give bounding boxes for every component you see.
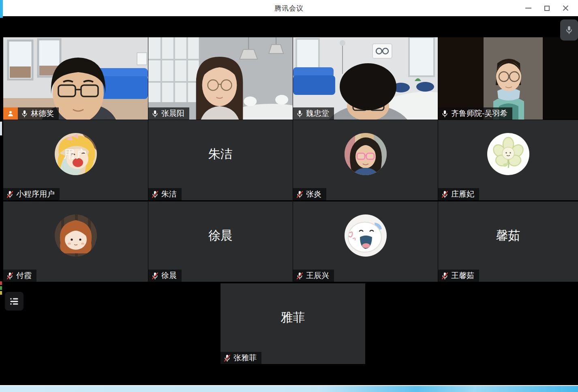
participant-name-label: 徐晨: [148, 270, 182, 282]
participant-name: 小程序用户: [16, 189, 55, 199]
member-list-icon: [8, 295, 20, 307]
taskbar-sliver: [0, 286, 2, 290]
participant-name: 付霞: [16, 270, 32, 281]
tencent-meeting-window: 腾讯会议: [0, 0, 578, 392]
mic-muted-icon: [223, 354, 231, 362]
avatar: 用户: [55, 133, 97, 175]
mic-muted-icon: [151, 190, 159, 199]
video-tile-active-speaker[interactable]: 齐鲁师院-吴羽希: [438, 37, 578, 120]
mic-muted-icon: [151, 272, 159, 280]
close-icon: [563, 5, 569, 11]
participant-name: 张雅菲: [233, 353, 257, 363]
avatar-overlay-text: 用户: [55, 133, 97, 175]
avatar: [345, 133, 387, 175]
window-title: 腾讯会议: [274, 4, 304, 13]
background-window-sliver: [0, 122, 2, 135]
participant-name-label: 张雅菲: [220, 352, 261, 364]
participant-name-label: 朱洁: [148, 188, 182, 200]
participant-name-label: 王馨茹: [438, 270, 479, 282]
participant-display-name: 馨茹: [496, 227, 520, 244]
participant-display-name: 徐晨: [208, 227, 233, 244]
participant-name-label: 魏忠堂: [293, 107, 334, 120]
participant-name: 张炎: [306, 189, 321, 199]
close-button[interactable]: [556, 0, 575, 16]
participant-name: 张晨阳: [161, 108, 184, 119]
participant-name-label: 王辰兴: [293, 270, 334, 282]
participant-name: 朱洁: [161, 189, 177, 199]
mic-muted-icon: [6, 190, 14, 199]
taskbar-sliver: [0, 291, 2, 295]
participant-name: 魏忠堂: [306, 108, 329, 119]
participant-name: 王辰兴: [306, 270, 329, 281]
participant-name-label: 小程序用户: [3, 188, 60, 200]
desktop-wallpaper-strip: [0, 385, 578, 392]
participant-name-label: 林德奖: [18, 107, 59, 120]
participant-tile[interactable]: 付霞: [3, 201, 148, 282]
participant-name: 庄雁妃: [451, 189, 474, 199]
participant-name: 徐晨: [161, 270, 177, 281]
participant-name-label: 齐鲁师院-吴羽希: [438, 107, 512, 120]
avatar: [55, 214, 97, 257]
title-bar: 腾讯会议: [0, 0, 578, 16]
host-badge: [3, 107, 18, 120]
window-controls: [519, 0, 575, 16]
mic-control-button[interactable]: [560, 19, 578, 41]
video-tile[interactable]: 魏忠堂: [293, 37, 438, 120]
maximize-icon: [544, 6, 550, 11]
participant-display-name: 雅菲: [281, 309, 305, 326]
participant-tile[interactable]: 朱洁 朱洁: [148, 120, 293, 200]
participant-name: 王馨茹: [451, 270, 474, 281]
avatar: [345, 214, 387, 257]
mic-on-icon: [151, 109, 159, 118]
participant-name-label: 付霞: [3, 270, 36, 282]
background-window-sliver: [0, 0, 3, 18]
maximize-button[interactable]: [537, 0, 556, 16]
participant-tile[interactable]: 张炎: [293, 120, 438, 200]
microphone-icon: [564, 25, 574, 35]
minimize-icon: [525, 8, 531, 9]
mic-on-icon: [295, 109, 304, 118]
participant-name: 齐鲁师院-吴羽希: [451, 108, 507, 119]
participant-name-label: 庄雁妃: [438, 188, 479, 200]
host-person-icon: [6, 109, 15, 118]
participant-tile[interactable]: 王辰兴: [293, 201, 438, 282]
video-tile-host[interactable]: 林德奖: [3, 37, 148, 120]
video-grid: 林德奖: [0, 16, 578, 385]
mic-muted-icon: [6, 272, 14, 280]
mic-muted-icon: [441, 272, 449, 280]
taskbar-sliver: [0, 281, 2, 285]
avatar: [487, 133, 529, 175]
participant-tile[interactable]: 徐晨 徐晨: [148, 201, 293, 282]
participant-tile[interactable]: 馨茹 王馨茹: [438, 201, 578, 282]
participant-tile[interactable]: 用户 小程序用户: [3, 120, 148, 200]
mic-on-icon: [20, 109, 29, 118]
mic-muted-icon: [295, 190, 304, 199]
member-list-button[interactable]: [5, 292, 24, 311]
minimize-button[interactable]: [519, 0, 537, 16]
video-tile[interactable]: 张晨阳: [148, 37, 293, 120]
mic-muted-icon: [295, 272, 304, 280]
participant-tile[interactable]: 庄雁妃: [438, 120, 578, 200]
participant-name-label: 张炎: [293, 188, 326, 200]
participant-tile[interactable]: 雅菲 张雅菲: [220, 283, 365, 364]
participant-name-label: 张晨阳: [148, 107, 189, 120]
mic-on-icon: [441, 109, 449, 118]
participant-name: 林德奖: [31, 108, 54, 119]
participant-display-name: 朱洁: [208, 146, 233, 163]
mic-muted-icon: [441, 190, 449, 199]
